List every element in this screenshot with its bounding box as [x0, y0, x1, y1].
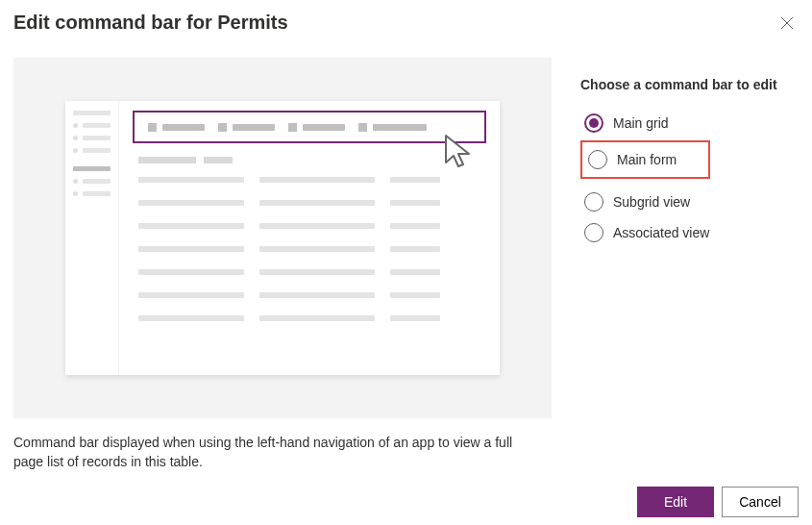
highlight-box: Main form: [580, 140, 710, 179]
radio-label: Associated view: [613, 225, 709, 240]
radio-icon: [584, 113, 603, 133]
radio-option-subgrid-view[interactable]: Subgrid view: [580, 187, 799, 217]
preview-main: [119, 101, 500, 375]
preview-card: [65, 101, 500, 375]
sidebar-skeleton-row: [73, 111, 111, 115]
cmdbar-item: [218, 123, 275, 132]
content-row-skeleton: [138, 315, 486, 321]
preview-description: Command bar displayed when using the lef…: [13, 434, 513, 471]
preview-frame: [13, 58, 552, 418]
sidebar-skeleton-row: [73, 166, 111, 171]
sidebar-skeleton-row: [73, 148, 111, 153]
preview-content: [133, 157, 486, 321]
radio-label: Main form: [617, 152, 677, 167]
cmdbar-item: [148, 123, 205, 132]
radio-option-associated-view[interactable]: Associated view: [580, 217, 799, 248]
sidebar-skeleton-row: [73, 123, 111, 128]
content-row-skeleton: [138, 246, 486, 252]
close-button[interactable]: [775, 12, 799, 35]
preview-sidebar: [65, 101, 119, 375]
close-icon: [779, 15, 795, 31]
preview-command-bar: [133, 111, 486, 143]
dialog-body: Command bar displayed when using the lef…: [13, 58, 799, 471]
dialog-footer: Edit Cancel: [637, 487, 799, 517]
radio-icon: [588, 150, 607, 169]
edit-command-bar-dialog: Edit command bar for Permits: [0, 0, 812, 471]
radio-label: Subgrid view: [613, 194, 690, 210]
sidebar-skeleton-row: [73, 179, 111, 184]
cancel-button[interactable]: Cancel: [722, 487, 799, 517]
dialog-title: Edit command bar for Permits: [13, 12, 288, 34]
options-list: Main gridMain formSubgrid viewAssociated…: [580, 108, 799, 248]
edit-button[interactable]: Edit: [637, 487, 714, 517]
content-row-skeleton: [138, 200, 486, 206]
radio-option-main-grid[interactable]: Main grid: [580, 108, 799, 138]
radio-icon: [584, 192, 603, 212]
sidebar-skeleton-row: [73, 136, 111, 140]
options-heading: Choose a command bar to edit: [580, 77, 799, 92]
content-row-skeleton: [138, 292, 486, 298]
radio-option-main-form[interactable]: Main form: [584, 144, 706, 175]
content-row-skeleton: [138, 177, 486, 183]
options-column: Choose a command bar to edit Main gridMa…: [580, 58, 799, 471]
dialog-header: Edit command bar for Permits: [13, 12, 799, 35]
radio-icon: [584, 223, 603, 242]
sidebar-skeleton-row: [73, 191, 111, 196]
preview-column: Command bar displayed when using the lef…: [13, 58, 552, 471]
cmdbar-item: [358, 123, 427, 132]
cmdbar-item: [288, 123, 345, 132]
content-row-skeleton: [138, 269, 486, 275]
content-header-skeleton: [138, 157, 486, 163]
content-row-skeleton: [138, 223, 486, 229]
radio-label: Main grid: [613, 115, 669, 131]
